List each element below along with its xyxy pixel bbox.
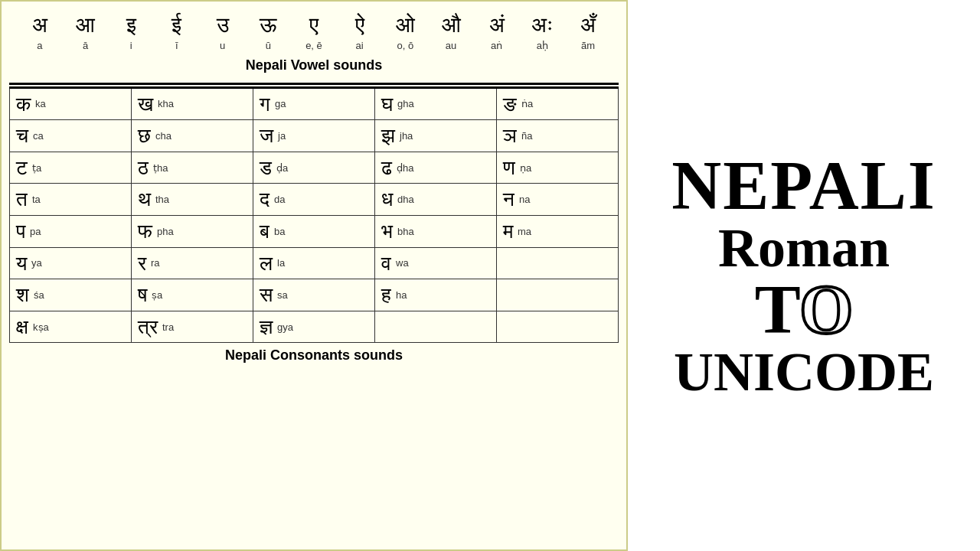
consonant-roman: jha xyxy=(400,130,413,142)
consonant-devanagari: स xyxy=(260,284,273,306)
left-panel: अaआāइiईīउuऊūएe, ēऐaiओo, ōऔauअंaṅअःaḥअँãm… xyxy=(0,0,628,551)
vowel-devanagari: अः xyxy=(531,12,554,38)
cell-content: घgha xyxy=(381,93,490,116)
title-unicode: UNICODE xyxy=(674,344,934,399)
vowel-devanagari: ओ xyxy=(396,12,415,38)
table-cell: नna xyxy=(497,184,619,216)
vowel-roman: i xyxy=(130,40,132,51)
table-cell: ञña xyxy=(497,120,619,152)
vowel-roman: u xyxy=(220,40,225,51)
consonant-roman: ha xyxy=(396,289,407,301)
consonant-devanagari: थ xyxy=(138,188,151,210)
cell-content: ठṭha xyxy=(138,157,247,179)
table-cell: हha xyxy=(375,279,497,311)
table-cell xyxy=(375,311,497,343)
table-cell: धdha xyxy=(375,184,497,216)
cell-content: पpa xyxy=(16,220,125,243)
table-cell xyxy=(497,247,619,279)
vowel-cell: आā xyxy=(64,12,106,51)
vowel-roman: ī xyxy=(175,40,178,51)
table-row: पpaफphaबbaभbhaमma xyxy=(10,215,619,247)
vowel-roman: ai xyxy=(356,40,364,51)
consonant-roman: ḍa xyxy=(276,162,288,174)
consonant-devanagari: ज xyxy=(260,125,273,147)
consonant-roman: la xyxy=(277,257,285,269)
cell-content: खkha xyxy=(138,93,247,116)
consonant-devanagari: फ xyxy=(138,220,152,243)
vowel-devanagari: ऊ xyxy=(260,12,277,38)
vowel-devanagari: अ xyxy=(32,12,47,38)
vowel-devanagari: ऐ xyxy=(355,12,364,38)
vowel-roman: a xyxy=(37,40,42,51)
cell-content: ज्ञgya xyxy=(260,316,368,338)
table-row: चcaछchaजjaझjhaञña xyxy=(10,120,619,152)
table-cell: फpha xyxy=(132,215,253,247)
consonant-roman: ṅa xyxy=(521,98,533,109)
vowel-roman: ū xyxy=(266,40,271,51)
cell-content: रra xyxy=(138,253,247,275)
vowel-cell: अंaṅ xyxy=(475,12,518,51)
vowel-roman: aṅ xyxy=(491,40,502,51)
table-cell: णṇa xyxy=(497,152,619,184)
vowel-devanagari: इ xyxy=(126,12,136,38)
consonant-roman: gya xyxy=(277,321,293,333)
table-cell xyxy=(497,279,619,311)
consonant-table: कkaखkhaगgaघghaङṅaचcaछchaजjaझjhaञñaटṭaठṭh… xyxy=(9,86,619,344)
cell-content: लla xyxy=(260,253,368,275)
consonant-devanagari: ल xyxy=(260,253,273,275)
table-cell: ढḍha xyxy=(375,152,497,184)
title-to: TO xyxy=(755,276,853,344)
vowel-cell: अःaḥ xyxy=(521,12,564,51)
consonant-devanagari: ख xyxy=(138,93,153,116)
consonant-devanagari: न xyxy=(503,188,514,210)
cell-content: क्षkṣa xyxy=(16,316,125,338)
table-cell: यya xyxy=(10,247,132,279)
consonant-roman: bha xyxy=(397,226,414,237)
consonant-devanagari: ढ xyxy=(381,157,392,179)
table-cell: वwa xyxy=(375,247,497,279)
consonant-roman: śa xyxy=(34,289,44,301)
consonant-devanagari: ध xyxy=(381,188,393,210)
cell-content: यya xyxy=(16,253,125,275)
cell-content: डḍa xyxy=(260,157,368,179)
consonant-devanagari: ङ xyxy=(503,93,517,116)
vowel-cell: अa xyxy=(18,12,60,51)
cell-content: हha xyxy=(381,284,490,306)
consonant-devanagari: भ xyxy=(381,220,393,243)
title-roman: Roman xyxy=(718,220,890,276)
consonant-devanagari: ग xyxy=(260,93,270,116)
table-cell: झjha xyxy=(375,120,497,152)
consonant-devanagari: व xyxy=(381,253,391,275)
table-cell: ठṭha xyxy=(132,152,253,184)
consonant-roman: ja xyxy=(278,130,286,142)
cell-content: चca xyxy=(16,125,125,147)
vowel-devanagari: औ xyxy=(442,12,461,38)
cell-content: नna xyxy=(503,188,612,210)
consonant-roman: ya xyxy=(31,257,42,269)
cell-content: ढḍha xyxy=(381,157,490,179)
vowel-cell: एe, ē xyxy=(292,12,335,51)
vowel-roman: ā xyxy=(83,40,88,51)
consonant-roman: pa xyxy=(30,226,41,237)
table-cell: त्रtra xyxy=(132,311,253,343)
table-row: कkaखkhaगgaघghaङṅa xyxy=(10,87,619,120)
cell-content: ङṅa xyxy=(503,93,612,116)
consonant-roman: wa xyxy=(396,257,409,269)
table-cell: शśa xyxy=(10,279,132,311)
consonant-devanagari: ह xyxy=(381,284,391,306)
consonant-devanagari: क xyxy=(16,93,31,116)
cell-content: टṭa xyxy=(16,157,125,179)
consonant-roman: ṭa xyxy=(32,162,41,174)
consonant-roman: ta xyxy=(32,194,41,205)
table-cell: लla xyxy=(253,247,375,279)
consonant-devanagari: त xyxy=(16,188,28,210)
table-cell: थtha xyxy=(132,184,253,216)
cell-content: वwa xyxy=(381,253,490,275)
consonant-devanagari: ड xyxy=(260,157,272,179)
consonant-roman: ga xyxy=(275,98,286,109)
consonant-roman: cha xyxy=(155,130,172,142)
table-cell: घgha xyxy=(375,87,497,120)
cell-content: झjha xyxy=(381,125,490,147)
consonant-section: कkaखkhaगgaघghaङṅaचcaछchaजjaझjhaञñaटṭaठṭh… xyxy=(9,86,619,542)
cell-content: शśa xyxy=(16,284,125,306)
